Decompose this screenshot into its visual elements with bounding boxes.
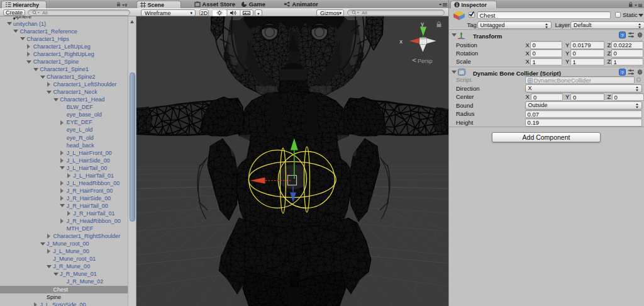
svg-text:?: ? [621,69,624,75]
svg-text:cb: cb [460,70,464,74]
svg-text:Persp: Persp [418,58,433,64]
svg-text:?: ? [621,32,624,38]
svg-text:y: y [421,20,424,27]
svg-text:x: x [399,38,402,45]
